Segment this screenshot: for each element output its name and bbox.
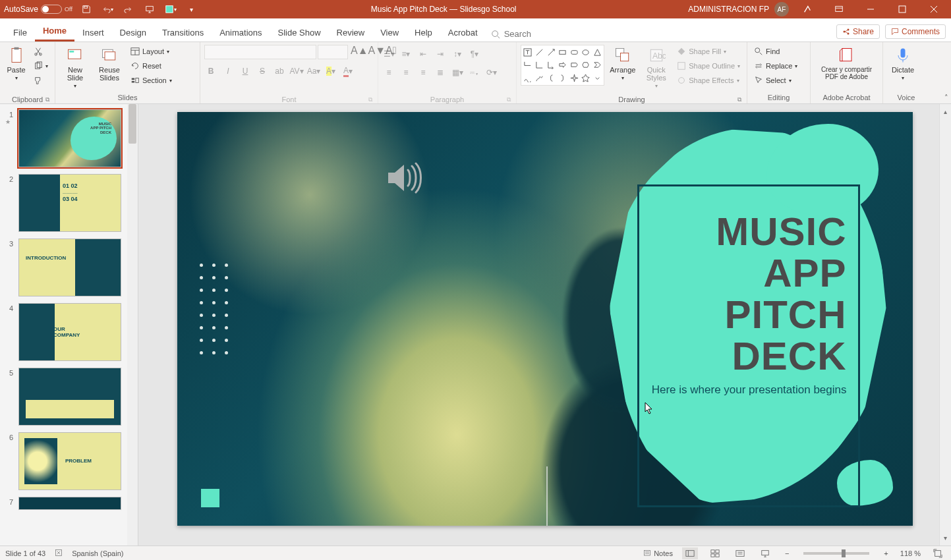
shape-chevron-icon[interactable] [592, 59, 603, 70]
italic-button[interactable]: I [221, 65, 235, 78]
shape-oval-icon[interactable] [581, 47, 591, 58]
slideshow-view-button[interactable] [757, 547, 773, 559]
thumbnail-scrollbar[interactable] [127, 104, 138, 546]
tab-file[interactable]: File [5, 22, 35, 42]
shape-star4-icon[interactable] [569, 72, 579, 84]
dictate-button[interactable]: Dictate▾ [887, 45, 919, 90]
minimize-icon[interactable] [857, 0, 884, 18]
shape-freeform-icon[interactable] [534, 72, 545, 84]
ribbon-display-icon[interactable] [826, 0, 852, 18]
share-button[interactable]: Share [836, 24, 880, 39]
font-size-combo[interactable] [318, 45, 348, 59]
tab-home[interactable]: Home [35, 20, 74, 42]
scroll-down-icon[interactable]: ▾ [944, 533, 947, 543]
font-launcher-icon[interactable]: ⧉ [368, 96, 372, 103]
line-spacing-button[interactable]: ↕▾ [451, 47, 464, 61]
save-icon[interactable] [79, 2, 94, 16]
paragraph-launcher-icon[interactable]: ⧉ [507, 96, 511, 103]
shape-outline-button[interactable]: Shape Outline▾ [674, 59, 743, 72]
maximize-icon[interactable] [889, 0, 915, 18]
shape-connector-icon[interactable] [523, 59, 533, 70]
tab-transitions[interactable]: Transitions [154, 22, 212, 42]
language-status[interactable]: Spanish (Spain) [72, 549, 123, 557]
decrease-indent-button[interactable]: ⇤ [417, 47, 430, 61]
thumbnail-slide-1[interactable]: 1★ MUSICAPP PITCHDECK [5, 109, 135, 167]
qat-customize-icon[interactable]: ▾ [185, 2, 199, 16]
zoom-level[interactable]: 118 % [900, 549, 921, 557]
slide[interactable]: MUSIC APP PITCH DECK Here is where your … [177, 112, 913, 526]
coming-soon-icon[interactable] [794, 0, 821, 18]
thumbnail-slide-5[interactable]: 5 [5, 368, 135, 426]
shape-line-icon[interactable] [534, 47, 545, 58]
justify-button[interactable]: ≣ [434, 66, 447, 79]
redo-icon[interactable] [121, 2, 136, 16]
shape-fill-button[interactable]: Shape Fill▾ [674, 45, 743, 58]
quick-styles-button[interactable]: Abc Quick Styles▾ [641, 45, 672, 90]
thumbnail-slide-3[interactable]: 3 INTRODUCTION [5, 238, 135, 296]
thumbnail-slide-7[interactable]: 7 [5, 497, 135, 510]
zoom-in-button[interactable]: + [881, 549, 890, 557]
shapes-gallery[interactable] [521, 45, 604, 86]
tab-insert[interactable]: Insert [74, 22, 112, 42]
shape-star5-icon[interactable] [581, 72, 591, 84]
font-family-combo[interactable] [204, 45, 316, 59]
char-spacing-button[interactable]: AV▾ [290, 65, 303, 78]
highlight-button[interactable]: A▾ [324, 65, 337, 78]
reuse-slides-button[interactable]: Reuse Slides [94, 45, 125, 90]
cut-button[interactable] [31, 45, 51, 58]
close-icon[interactable] [921, 0, 947, 18]
notes-button[interactable]: Notes [643, 549, 673, 557]
normal-view-button[interactable] [682, 547, 698, 559]
create-pdf-button[interactable]: Crear y compartir PDF de Adobe [815, 45, 879, 90]
shape-rect-icon[interactable] [558, 47, 568, 58]
numbering-button[interactable]: ≡▾ [399, 47, 413, 61]
theme-swatch-icon[interactable]: ▾ [163, 2, 178, 16]
paste-button[interactable]: Paste▾ [4, 45, 28, 90]
autosave-switch[interactable] [41, 5, 62, 14]
sorter-view-button[interactable] [707, 547, 723, 559]
copy-button[interactable]: ▾ [31, 59, 51, 72]
font-color-button[interactable]: A▾ [341, 65, 355, 78]
columns-button[interactable]: ▦▾ [451, 66, 464, 79]
select-button[interactable]: Select▾ [751, 74, 800, 87]
audio-icon[interactable] [382, 158, 428, 198]
search-box[interactable]: Search [486, 26, 536, 42]
shape-triangle-icon[interactable] [592, 47, 603, 58]
text-direction-button[interactable]: ¶▾ [468, 47, 481, 61]
reading-view-button[interactable] [732, 547, 748, 559]
align-right-button[interactable]: ≡ [417, 66, 430, 79]
smartart-button[interactable]: ⟳▾ [485, 66, 498, 79]
canvas-scrollbar[interactable]: ▴ ▾ [939, 104, 951, 546]
decrease-font-icon[interactable]: A▼ [368, 45, 386, 59]
layout-button[interactable]: Layout▾ [128, 45, 175, 58]
slide-counter[interactable]: Slide 1 of 43 [5, 549, 45, 557]
shapes-more-icon[interactable] [592, 72, 603, 84]
format-painter-button[interactable] [31, 74, 51, 87]
shadow-button[interactable]: ab [273, 65, 286, 78]
scroll-up-icon[interactable]: ▴ [944, 107, 947, 117]
clear-format-icon[interactable]: A⃠ [386, 45, 397, 59]
tab-help[interactable]: Help [407, 22, 440, 42]
tab-acrobat[interactable]: Acrobat [440, 22, 486, 42]
tab-design[interactable]: Design [112, 22, 154, 42]
account-avatar[interactable]: AF [774, 2, 789, 16]
change-case-button[interactable]: Aa▾ [307, 65, 320, 78]
align-left-button[interactable]: ≡ [382, 66, 395, 79]
tab-view[interactable]: View [372, 22, 407, 42]
zoom-slider[interactable] [803, 552, 869, 555]
replace-button[interactable]: Replace▾ [751, 59, 800, 72]
accessibility-icon[interactable] [55, 549, 63, 558]
shape-elbow-arrow-icon[interactable] [546, 59, 556, 70]
shape-elbow-icon[interactable] [534, 59, 545, 70]
drawing-launcher-icon[interactable]: ⧉ [737, 96, 741, 103]
collapse-ribbon-icon[interactable]: ˄ [944, 94, 948, 102]
reset-button[interactable]: Reset [128, 59, 175, 72]
undo-icon[interactable]: ▾ [100, 2, 115, 16]
shape-roundrect-icon[interactable] [569, 47, 579, 58]
shape-hexagon-icon[interactable] [581, 59, 591, 70]
shape-curve-icon[interactable] [523, 72, 533, 84]
tab-animations[interactable]: Animations [212, 22, 270, 42]
increase-font-icon[interactable]: A▲ [351, 45, 368, 59]
shape-textbox-icon[interactable] [523, 47, 533, 58]
shape-effects-button[interactable]: Shape Effects▾ [674, 74, 743, 87]
